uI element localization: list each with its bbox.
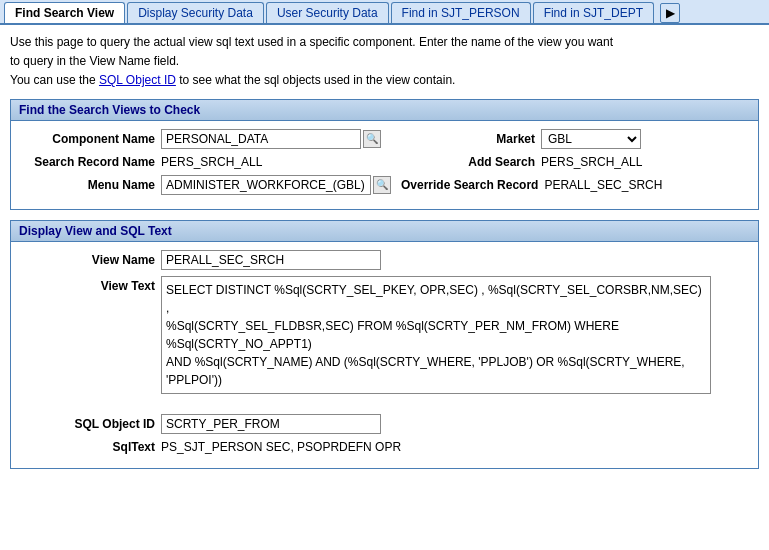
menu-name-row: Menu Name 🔍 Override Search Record PERAL… bbox=[21, 175, 748, 195]
search-record-row: Search Record Name PERS_SRCH_ALL Add Sea… bbox=[21, 155, 748, 169]
menu-name-input[interactable] bbox=[161, 175, 371, 195]
menu-name-search-button[interactable]: 🔍 bbox=[373, 176, 391, 194]
override-search-group: Override Search Record PERALL_SEC_SRCH bbox=[401, 178, 748, 192]
tab-find-sjt-dept[interactable]: Find in SJT_DEPT bbox=[533, 2, 654, 23]
desc-line1: Use this page to query the actual view s… bbox=[10, 33, 759, 52]
sql-text-row: SqlText PS_SJT_PERSON SEC, PSOPRDEFN OPR bbox=[21, 440, 748, 454]
desc-line3: You can use the SQL Object ID to see wha… bbox=[10, 71, 759, 90]
tab-user-security-data[interactable]: User Security Data bbox=[266, 2, 389, 23]
tab-bar: Find Search View Display Security Data U… bbox=[0, 0, 769, 25]
view-text-label: View Text bbox=[21, 276, 161, 293]
tab-display-security-data[interactable]: Display Security Data bbox=[127, 2, 264, 23]
component-name-label: Component Name bbox=[21, 132, 161, 146]
sql-object-id-label: SQL Object ID bbox=[21, 417, 161, 431]
sql-object-id-link[interactable]: SQL Object ID bbox=[99, 73, 176, 87]
display-section: Display View and SQL Text View Name View… bbox=[10, 220, 759, 469]
main-content: Use this page to query the actual view s… bbox=[0, 25, 769, 487]
component-name-group: Component Name 🔍 bbox=[21, 129, 401, 149]
tab-nav-icon[interactable]: ▶ bbox=[660, 3, 680, 23]
find-section-header: Find the Search Views to Check bbox=[11, 100, 758, 121]
menu-name-label: Menu Name bbox=[21, 178, 161, 192]
tab-find-sjt-person[interactable]: Find in SJT_PERSON bbox=[391, 2, 531, 23]
desc-line3-prefix: You can use the bbox=[10, 73, 99, 87]
sql-object-id-input[interactable] bbox=[161, 414, 381, 434]
sql-text-label: SqlText bbox=[21, 440, 161, 454]
sql-text-value: PS_SJT_PERSON SEC, PSOPRDEFN OPR bbox=[161, 440, 401, 454]
description: Use this page to query the actual view s… bbox=[10, 33, 759, 91]
menu-name-group: Menu Name 🔍 bbox=[21, 175, 401, 195]
find-section: Find the Search Views to Check Component… bbox=[10, 99, 759, 210]
market-label: Market bbox=[401, 132, 541, 146]
search-record-value: PERS_SRCH_ALL bbox=[161, 155, 262, 169]
sql-object-id-row: SQL Object ID bbox=[21, 414, 748, 434]
display-section-body: View Name View Text SELECT DISTINCT %Sql… bbox=[11, 242, 758, 468]
component-name-input[interactable] bbox=[161, 129, 361, 149]
component-name-row: Component Name 🔍 Market GBL bbox=[21, 129, 748, 149]
component-name-search-button[interactable]: 🔍 bbox=[363, 130, 381, 148]
override-search-label: Override Search Record bbox=[401, 178, 544, 192]
view-name-row: View Name bbox=[21, 250, 748, 270]
tab-find-search-view[interactable]: Find Search View bbox=[4, 2, 125, 23]
add-search-value: PERS_SRCH_ALL bbox=[541, 155, 642, 169]
market-group: Market GBL bbox=[401, 129, 748, 149]
view-text-display: SELECT DISTINCT %Sql(SCRTY_SEL_PKEY, OPR… bbox=[161, 276, 711, 394]
view-name-label: View Name bbox=[21, 253, 161, 267]
display-section-header: Display View and SQL Text bbox=[11, 221, 758, 242]
market-select[interactable]: GBL bbox=[541, 129, 641, 149]
desc-line3-suffix: to see what the sql objects used in the … bbox=[176, 73, 456, 87]
find-section-body: Component Name 🔍 Market GBL Search Recor… bbox=[11, 121, 758, 209]
override-search-value: PERALL_SEC_SRCH bbox=[544, 178, 662, 192]
desc-line2: to query in the View Name field. bbox=[10, 52, 759, 71]
search-record-label: Search Record Name bbox=[21, 155, 161, 169]
view-text-row: View Text SELECT DISTINCT %Sql(SCRTY_SEL… bbox=[21, 276, 748, 394]
add-search-label: Add Search bbox=[401, 155, 541, 169]
search-record-group: Search Record Name PERS_SRCH_ALL bbox=[21, 155, 401, 169]
add-search-group: Add Search PERS_SRCH_ALL bbox=[401, 155, 748, 169]
view-name-input[interactable] bbox=[161, 250, 381, 270]
